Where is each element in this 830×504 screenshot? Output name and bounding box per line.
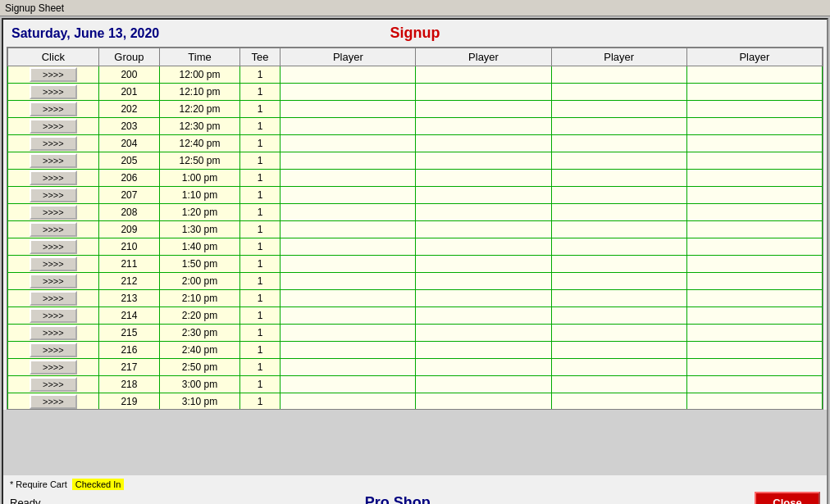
player3-cell[interactable] [551, 290, 686, 307]
player3-cell[interactable] [551, 393, 686, 411]
player2-cell[interactable] [416, 170, 551, 187]
click-cell[interactable]: >>>> [8, 342, 99, 359]
player1-cell[interactable] [280, 359, 416, 376]
player4-cell[interactable] [686, 84, 822, 101]
click-button[interactable]: >>>> [30, 239, 77, 254]
player1-cell[interactable] [280, 135, 416, 152]
player1-cell[interactable] [280, 101, 416, 118]
player1-cell[interactable] [280, 273, 416, 290]
player4-cell[interactable] [686, 238, 822, 256]
player2-cell[interactable] [416, 238, 551, 256]
player1-cell[interactable] [280, 152, 416, 170]
click-cell[interactable]: >>>> [8, 187, 99, 204]
click-cell[interactable]: >>>> [8, 393, 99, 411]
player2-cell[interactable] [416, 152, 551, 170]
player4-cell[interactable] [686, 290, 822, 307]
click-cell[interactable]: >>>> [8, 170, 99, 187]
player1-cell[interactable] [280, 342, 416, 359]
click-button[interactable]: >>>> [30, 205, 77, 220]
click-cell[interactable]: >>>> [8, 135, 99, 152]
player3-cell[interactable] [551, 170, 686, 187]
player1-cell[interactable] [280, 187, 416, 204]
player1-cell[interactable] [280, 204, 416, 221]
player4-cell[interactable] [686, 273, 822, 290]
player4-cell[interactable] [686, 135, 822, 152]
click-button[interactable]: >>>> [30, 308, 77, 323]
player1-cell[interactable] [280, 393, 416, 411]
player3-cell[interactable] [551, 66, 686, 84]
player3-cell[interactable] [551, 152, 686, 170]
player2-cell[interactable] [416, 84, 551, 101]
player1-cell[interactable] [280, 290, 416, 307]
player3-cell[interactable] [551, 84, 686, 101]
player3-cell[interactable] [551, 325, 686, 342]
player3-cell[interactable] [551, 118, 686, 135]
player2-cell[interactable] [416, 376, 551, 393]
player4-cell[interactable] [686, 256, 822, 273]
click-button[interactable]: >>>> [30, 119, 77, 134]
click-button[interactable]: >>>> [30, 257, 77, 271]
click-cell[interactable]: >>>> [8, 204, 99, 221]
click-cell[interactable]: >>>> [8, 290, 99, 307]
player1-cell[interactable] [280, 256, 416, 273]
click-cell[interactable]: >>>> [8, 325, 99, 342]
player1-cell[interactable] [280, 118, 416, 135]
close-button[interactable]: Close [755, 492, 820, 504]
player3-cell[interactable] [551, 221, 686, 238]
player3-cell[interactable] [551, 256, 686, 273]
player3-cell[interactable] [551, 204, 686, 221]
player2-cell[interactable] [416, 325, 551, 342]
click-cell[interactable]: >>>> [8, 66, 99, 84]
click-cell[interactable]: >>>> [8, 238, 99, 256]
player1-cell[interactable] [280, 170, 416, 187]
player4-cell[interactable] [686, 101, 822, 118]
click-cell[interactable]: >>>> [8, 118, 99, 135]
click-button[interactable]: >>>> [30, 325, 77, 340]
click-button[interactable]: >>>> [30, 84, 77, 99]
player2-cell[interactable] [416, 290, 551, 307]
click-button[interactable]: >>>> [30, 222, 77, 237]
player4-cell[interactable] [686, 187, 822, 204]
click-cell[interactable]: >>>> [8, 221, 99, 238]
click-button[interactable]: >>>> [30, 170, 77, 185]
player2-cell[interactable] [416, 66, 551, 84]
click-button[interactable]: >>>> [30, 153, 77, 168]
player3-cell[interactable] [551, 359, 686, 376]
player4-cell[interactable] [686, 152, 822, 170]
click-cell[interactable]: >>>> [8, 101, 99, 118]
player4-cell[interactable] [686, 325, 822, 342]
player3-cell[interactable] [551, 342, 686, 359]
click-button[interactable]: >>>> [30, 67, 77, 82]
player4-cell[interactable] [686, 118, 822, 135]
player3-cell[interactable] [551, 307, 686, 325]
player1-cell[interactable] [280, 325, 416, 342]
player2-cell[interactable] [416, 273, 551, 290]
player4-cell[interactable] [686, 342, 822, 359]
player3-cell[interactable] [551, 376, 686, 393]
player1-cell[interactable] [280, 238, 416, 256]
player1-cell[interactable] [280, 221, 416, 238]
player2-cell[interactable] [416, 359, 551, 376]
player4-cell[interactable] [686, 376, 822, 393]
click-button[interactable]: >>>> [30, 360, 77, 375]
player1-cell[interactable] [280, 376, 416, 393]
player2-cell[interactable] [416, 307, 551, 325]
player2-cell[interactable] [416, 256, 551, 273]
player2-cell[interactable] [416, 393, 551, 411]
player3-cell[interactable] [551, 187, 686, 204]
player3-cell[interactable] [551, 273, 686, 290]
player3-cell[interactable] [551, 238, 686, 256]
player2-cell[interactable] [416, 221, 551, 238]
click-cell[interactable]: >>>> [8, 359, 99, 376]
click-button[interactable]: >>>> [30, 136, 77, 151]
click-cell[interactable]: >>>> [8, 273, 99, 290]
player2-cell[interactable] [416, 118, 551, 135]
click-button[interactable]: >>>> [30, 394, 77, 409]
click-button[interactable]: >>>> [30, 343, 77, 357]
player2-cell[interactable] [416, 135, 551, 152]
click-button[interactable]: >>>> [30, 274, 77, 288]
player4-cell[interactable] [686, 204, 822, 221]
click-cell[interactable]: >>>> [8, 256, 99, 273]
player3-cell[interactable] [551, 135, 686, 152]
click-cell[interactable]: >>>> [8, 307, 99, 325]
